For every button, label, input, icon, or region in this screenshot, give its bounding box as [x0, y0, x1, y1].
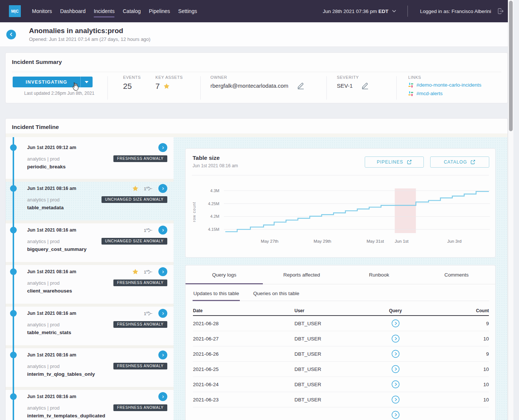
event-dataset: analytics | prod — [27, 156, 59, 162]
view-query-button[interactable] — [391, 319, 400, 327]
event-date: Jun 1st 2021 08:16 am — [27, 186, 76, 191]
anomaly-tag: UNCHANGED SIZE ANOMALY — [101, 196, 167, 203]
nav-item-monitors[interactable]: Monitors — [32, 0, 52, 22]
first-degree-icon: 1st — [144, 310, 153, 317]
view-query-button[interactable] — [391, 411, 400, 419]
view-query-button[interactable] — [391, 335, 400, 343]
anomaly-tag: FRESHNESS ANOMALY — [113, 404, 167, 411]
view-query-button[interactable] — [391, 350, 400, 358]
slack-icon — [408, 83, 413, 88]
tab-query-logs[interactable]: Query logs — [186, 265, 263, 284]
svg-text:4.25M: 4.25M — [208, 201, 219, 206]
open-event-button[interactable] — [158, 226, 167, 235]
app-logo[interactable]: M|C — [9, 5, 21, 17]
nav-right: Jun 28th 2021 07:36 pm EDT Logged in as:… — [323, 6, 505, 17]
svg-text:4.2M: 4.2M — [210, 214, 219, 219]
logout-icon[interactable] — [496, 7, 505, 15]
event-date: Jun 1st 2021 08:16 am — [27, 352, 76, 358]
star-icon — [132, 268, 139, 275]
open-event-button[interactable] — [158, 309, 167, 318]
first-degree-icon: 1st — [144, 185, 153, 192]
event-dataset: analytics | prod — [27, 197, 59, 203]
event-date: Jun 1st 2021 08:16 am — [27, 227, 76, 233]
row-count: 9 — [448, 351, 489, 357]
slack-channel-link[interactable]: #demo-monte-carlo-incidents — [416, 82, 481, 88]
event-dataset: analytics | prod — [27, 239, 59, 244]
first-degree-icon: 1st — [144, 227, 153, 233]
key-assets-stat: KEY ASSETS 7 — [155, 75, 183, 91]
edit-owner-icon[interactable] — [296, 82, 305, 90]
row-user: DBT_USER — [294, 382, 343, 387]
view-query-button[interactable] — [391, 365, 400, 373]
nav-item-incidents[interactable]: Incidents — [94, 0, 115, 22]
event-date: Jun 1st 2021 09:12 am — [27, 145, 76, 150]
timeline-event: Jun 1st 2021 08:16 am1stanalytics | prod… — [6, 223, 174, 265]
login-status: Logged in as: Francisco Alberini — [420, 9, 491, 14]
open-event-button[interactable] — [158, 184, 167, 193]
slack-channel-link[interactable]: #mcd-alerts — [416, 91, 443, 96]
external-link-icon — [470, 159, 476, 165]
open-event-button[interactable] — [158, 392, 167, 401]
row-date: 2021-06-26 — [193, 351, 294, 357]
row-count: 10 — [448, 336, 489, 342]
page-header: Anomalies in analytics:prod Opened: Jun … — [0, 22, 513, 47]
datetime-selector[interactable]: Jun 28th 2021 07:36 pm EDT — [323, 9, 396, 14]
catalog-button[interactable]: CATALOG — [430, 156, 489, 168]
svg-text:row count: row count — [192, 202, 196, 222]
key-assets-label: KEY ASSETS — [155, 75, 183, 80]
anomaly-tag: UNCHANGED SIZE ANOMALY — [101, 238, 167, 245]
event-table-name: table_metric_stats — [27, 330, 167, 335]
incident-timeline-card: Incident Timeline Jun 1st 2021 09:12 ama… — [5, 118, 508, 420]
query-log-row: 2021-06-26DBT_USER9 — [193, 346, 489, 362]
star-icon — [163, 83, 170, 90]
status-dropdown[interactable]: INVESTIGATING — [13, 77, 93, 87]
row-user: DBT_USER — [294, 336, 343, 342]
anomaly-tag: FRESHNESS ANOMALY — [113, 155, 167, 162]
query-log-row: 2021-06-24DBT_USER10 — [193, 377, 489, 392]
event-date: Jun 1st 2021 08:16 am — [27, 394, 76, 399]
page-scrollbar[interactable] — [508, 0, 513, 420]
event-date: Jun 1st 2021 08:16 am — [27, 269, 76, 274]
tab-runbook[interactable]: Runbook — [341, 265, 418, 284]
timeline-dot — [10, 310, 17, 317]
nav-item-settings[interactable]: Settings — [178, 0, 197, 22]
pipelines-button[interactable]: PIPELINES — [365, 156, 424, 168]
svg-text:st: st — [146, 186, 149, 188]
svg-text:st: st — [146, 269, 149, 272]
svg-text:May 27th: May 27th — [261, 239, 278, 243]
view-query-button[interactable] — [391, 395, 400, 404]
open-event-button[interactable] — [158, 350, 167, 359]
svg-text:May 29th: May 29th — [314, 239, 331, 243]
row-date: 2021-06-27 — [193, 336, 294, 342]
tab-reports-affected[interactable]: Reports affected — [263, 265, 340, 284]
events-value: 25 — [123, 82, 141, 91]
row-count: 10 — [448, 397, 489, 403]
row-count: 10 — [448, 382, 489, 387]
back-button[interactable] — [6, 30, 16, 39]
query-log-row — [193, 407, 489, 420]
top-nav: M|C MonitorsDashboardIncidentsCatalogPip… — [0, 0, 513, 22]
tab-comments[interactable]: Comments — [418, 265, 495, 284]
timeline-dot — [10, 185, 17, 192]
view-query-button[interactable] — [391, 380, 400, 388]
scrollbar-thumb[interactable] — [509, 1, 513, 131]
nav-item-catalog[interactable]: Catalog — [123, 0, 141, 22]
edit-severity-icon[interactable] — [361, 82, 370, 90]
nav-item-pipelines[interactable]: Pipelines — [149, 0, 170, 22]
event-dataset: analytics | prod — [27, 405, 59, 411]
event-table-name: interim_tv_qlog_tables_only — [27, 371, 167, 377]
subtab-updates-to-this-table[interactable]: Updates to this table — [193, 291, 240, 301]
first-degree-icon: 1st — [144, 269, 153, 275]
nav-item-dashboard[interactable]: Dashboard — [60, 0, 86, 22]
events-stat: EVENTS 25 — [123, 75, 141, 91]
severity-value: SEV-1 — [337, 83, 353, 89]
timeline-dot — [10, 352, 17, 358]
event-table-name: interim_tv_templates_duplicated — [27, 413, 167, 419]
external-link-icon — [407, 159, 412, 165]
subtab-queries-on-this-table[interactable]: Queries on this table — [252, 291, 300, 301]
open-event-button[interactable] — [158, 267, 167, 276]
timeline-dot — [10, 144, 17, 151]
open-event-button[interactable] — [158, 143, 167, 152]
svg-text:4.15M: 4.15M — [208, 227, 219, 232]
column-header-query: Query — [343, 308, 448, 313]
